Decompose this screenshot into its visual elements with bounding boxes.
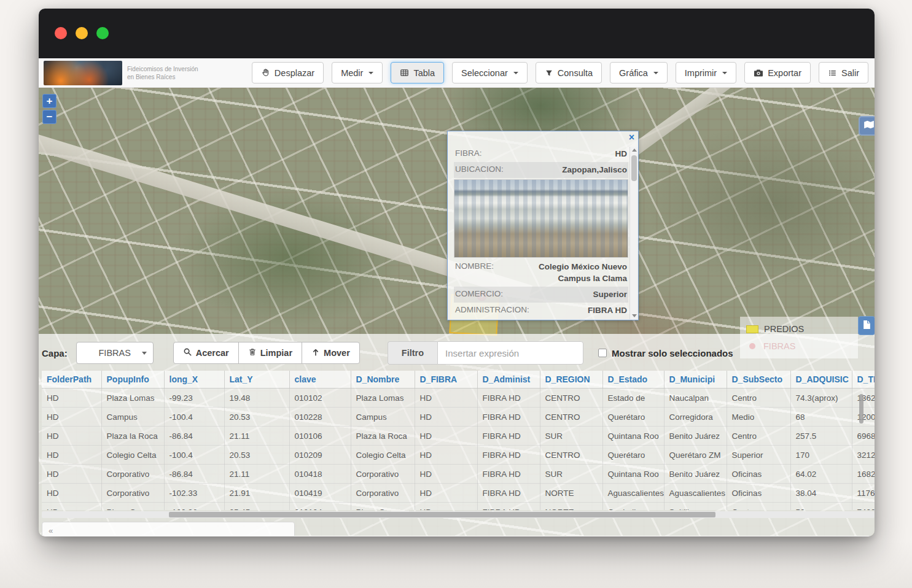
table-header-clave[interactable]: clave xyxy=(289,371,351,389)
table-header-d-fibra[interactable]: D_FIBRA xyxy=(415,371,477,389)
table-cell: Plaza Lomas xyxy=(351,389,415,408)
popup-field-label: UBICACION: xyxy=(455,164,504,174)
brand-line1: Fideicomisos de Inversión xyxy=(127,65,198,73)
legend-item-fibras[interactable]: FIBRAS xyxy=(746,338,852,355)
scroll-up-icon[interactable] xyxy=(632,149,637,152)
popup-field-value: Colegio México Nuevo Campus la Clama xyxy=(510,261,627,284)
close-icon[interactable]: × xyxy=(629,133,634,142)
table-cell: Benito Juárez xyxy=(664,427,727,446)
filter-expression-input[interactable] xyxy=(437,341,583,365)
table-row[interactable]: HDPlaza Lomas-99.2319.48010102Plaza Loma… xyxy=(42,389,875,408)
table-header-d-adquisic[interactable]: D_ADQUISIC xyxy=(790,371,852,389)
scroll-down-icon[interactable] xyxy=(632,314,637,317)
capa-layer-select[interactable]: FIBRAS xyxy=(76,342,154,364)
app-window: Fideicomisos de Inversión en Bienes Raíc… xyxy=(39,9,875,536)
table-cell: FIBRA HD xyxy=(477,484,540,503)
table-cell: 1176 xyxy=(852,484,875,503)
table-cell: HD xyxy=(42,389,101,408)
table-cell: Aguascalientes xyxy=(602,484,664,503)
popup-header: × xyxy=(448,131,638,146)
table-action-buttons: AcercarLimpiarMover xyxy=(173,342,360,364)
table-cell: Saltillo xyxy=(664,503,727,511)
main-toolbar: Fideicomisos de Inversión en Bienes Raíc… xyxy=(39,58,875,88)
toolbar-button-seleccionar[interactable]: Seleccionar xyxy=(452,62,528,83)
table-cell: HD xyxy=(42,427,101,446)
toolbar-button-imprimir[interactable]: Imprimir xyxy=(676,62,736,83)
table-row[interactable]: HDPlaza la Roca-86.8421.11010106Plaza la… xyxy=(42,427,875,446)
table-cell: Oficinas xyxy=(727,484,790,503)
table-row[interactable]: HDCorporativo-86.8421.11010418Corporativ… xyxy=(42,465,875,484)
legend-item-predios[interactable]: PREDIOS xyxy=(746,320,852,338)
folded-map-icon xyxy=(863,120,875,132)
table-cell: -86.84 xyxy=(164,465,224,484)
toolbar-button-medir[interactable]: Medir xyxy=(332,62,383,83)
desktop-background: Fideicomisos de Inversión en Bienes Raíc… xyxy=(0,0,912,588)
legend-label: FIBRAS xyxy=(763,341,795,351)
popup-body: FIBRA: HDUBICACION: Zapopan,JaliscoNOMBR… xyxy=(448,146,638,320)
table-vertical-scrollbar[interactable] xyxy=(859,394,863,424)
table-cell: Corporativo xyxy=(101,465,164,484)
table-cell: Querétaro xyxy=(602,446,664,465)
toolbar-button-consulta[interactable]: Consulta xyxy=(536,62,602,83)
popup-field-value: FIBRA HD xyxy=(588,305,627,316)
table-header-row: FolderPathPopupInfolong_XLat_YclaveD_Nom… xyxy=(42,371,875,389)
table-header-popupinfo[interactable]: PopupInfo xyxy=(101,371,164,389)
zoom-in-button[interactable]: + xyxy=(42,94,57,108)
popup-field-value: Superior xyxy=(593,289,627,300)
table-row[interactable]: HDCorporativo-102.3321.91010419Corporati… xyxy=(42,484,875,503)
table-header-long-x[interactable]: long_X xyxy=(164,371,224,389)
toolbar-button-tabla[interactable]: Tabla xyxy=(391,62,444,83)
popup-scrollbar-thumb[interactable] xyxy=(631,155,637,181)
table-cell: FIBRA HD xyxy=(477,427,540,446)
table-header-d-administ[interactable]: D_Administ xyxy=(477,371,540,389)
table-cell: 20.53 xyxy=(224,446,289,465)
toolbar-button-desplazar[interactable]: Desplazar xyxy=(252,62,324,83)
table-header-d-subsecto[interactable]: D_SubSecto xyxy=(727,371,790,389)
mover-button[interactable]: Mover xyxy=(302,342,360,364)
basemap-layers-button[interactable] xyxy=(859,116,875,136)
legend-export-button[interactable] xyxy=(858,316,875,335)
close-window-button[interactable] xyxy=(55,27,67,39)
table-cell: 38.04 xyxy=(790,484,852,503)
limpiar-button[interactable]: Limpiar xyxy=(238,342,302,364)
table-cell: 74.3(aprox) xyxy=(790,389,852,408)
table-cell: Medio xyxy=(727,408,790,427)
table-cell: NORTE xyxy=(540,484,602,503)
filter-label: Filtro xyxy=(388,341,437,365)
table-cell: -99.23 xyxy=(164,389,224,408)
funnel-icon xyxy=(545,69,553,77)
table-header-d-region[interactable]: D_REGION xyxy=(540,371,602,389)
table-row[interactable]: HDCampus-100.420.53010228CampusHDFIBRA H… xyxy=(42,408,875,427)
table-row[interactable]: HDPlaza C-100.9625.45010104Plaza CHDFIBR… xyxy=(42,503,875,511)
table-horizontal-scrollbar-thumb[interactable] xyxy=(169,512,715,517)
show-selected-wrap: Mostrar solo seleccionados xyxy=(598,348,733,358)
toolbar-button-exportar[interactable]: Exportar xyxy=(744,62,811,83)
popup-field-label: ADMINISTRACION: xyxy=(455,305,529,314)
table-cell: HD xyxy=(42,465,101,484)
table-header-d-nombre[interactable]: D_Nombre xyxy=(351,371,415,389)
table-header-folderpath[interactable]: FolderPath xyxy=(42,371,101,389)
table-header-d-estado[interactable]: D_Estado xyxy=(602,371,664,389)
table-cell: Centro xyxy=(727,427,790,446)
legend-label: PREDIOS xyxy=(764,324,804,334)
popup-scrollbar[interactable] xyxy=(629,147,637,319)
trash-icon xyxy=(248,347,257,358)
table-header-d-municipi[interactable]: D_Municipi xyxy=(664,371,727,389)
table-cell: HD xyxy=(42,503,101,511)
table-row[interactable]: HDColegio Celta-100.420.53010209Colegio … xyxy=(42,446,875,465)
toolbar-button-grafica[interactable]: Gráfica xyxy=(610,62,668,83)
toolbar-button-salir[interactable]: Salir xyxy=(819,62,868,83)
zoom-out-button[interactable]: − xyxy=(42,110,57,124)
first-page-button[interactable]: « xyxy=(49,526,53,535)
table-header-lat-y[interactable]: Lat_Y xyxy=(224,371,289,389)
camera-icon xyxy=(754,69,763,77)
attribute-table-wrap: FolderPathPopupInfolong_XLat_YclaveD_Nom… xyxy=(42,371,875,510)
pagination-bar[interactable]: « xyxy=(42,522,295,536)
table-header-d-te[interactable]: D_TE xyxy=(852,371,875,389)
acercar-button[interactable]: Acercar xyxy=(173,342,239,364)
minimize-window-button[interactable] xyxy=(76,27,88,39)
table-cell: 6968 xyxy=(852,427,875,446)
table-horizontal-scrollbar[interactable] xyxy=(42,511,875,518)
show-selected-checkbox[interactable] xyxy=(598,349,607,357)
zoom-window-button[interactable] xyxy=(96,27,109,39)
